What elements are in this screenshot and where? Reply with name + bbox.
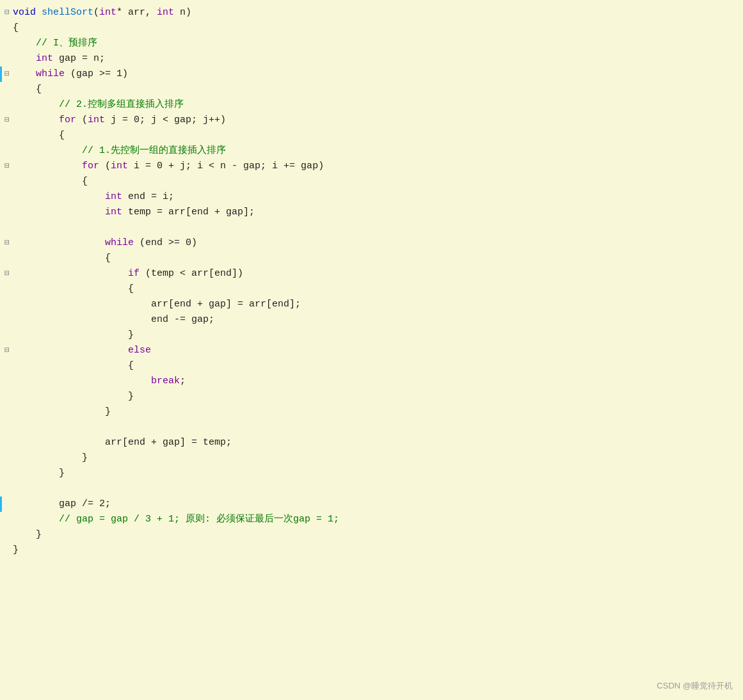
code-line: gap /= 2; bbox=[0, 497, 743, 512]
code-text: // gap = gap / 3 + 1; 原则: 必须保证最后一次gap = … bbox=[13, 512, 339, 527]
code-text: for (int j = 0; j < gap; j++) bbox=[13, 113, 226, 127]
code-text: // I、预排序 bbox=[13, 36, 97, 51]
code-line: { bbox=[0, 128, 743, 143]
code-text: } bbox=[13, 450, 88, 465]
code-line: end -= gap; bbox=[0, 312, 743, 328]
code-line: // 1.先控制一组的直接插入排序 bbox=[0, 143, 743, 159]
code-text: int end = i; bbox=[13, 189, 174, 204]
code-line: } bbox=[0, 527, 743, 543]
code-text: arr[end + gap] = arr[end]; bbox=[13, 297, 301, 312]
gutter-cell[interactable]: ⊟ bbox=[0, 344, 13, 357]
code-text: break; bbox=[13, 374, 186, 388]
code-text: while (gap >= 1) bbox=[13, 67, 128, 81]
code-line bbox=[0, 481, 743, 497]
code-text: { bbox=[13, 174, 88, 189]
code-line: ⊟ if (temp < arr[end]) bbox=[0, 266, 743, 282]
code-line: { bbox=[0, 251, 743, 266]
code-line: // 2.控制多组直接插入排序 bbox=[0, 97, 743, 113]
gutter-cell[interactable]: ⊟ bbox=[0, 160, 13, 173]
watermark: CSDN @睡觉待开机 bbox=[657, 680, 733, 692]
code-line: } bbox=[0, 466, 743, 481]
code-line: } bbox=[0, 404, 743, 420]
code-text: } bbox=[13, 527, 42, 542]
code-text: else bbox=[13, 343, 151, 358]
code-text: int temp = arr[end + gap]; bbox=[13, 205, 255, 219]
code-line: { bbox=[0, 174, 743, 189]
code-line: arr[end + gap] = temp; bbox=[0, 435, 743, 450]
gutter-cell[interactable]: ⊟ bbox=[0, 68, 13, 81]
code-text: } bbox=[13, 389, 134, 404]
code-text: { bbox=[13, 20, 19, 35]
gutter-cell[interactable]: ⊟ bbox=[0, 114, 13, 127]
gutter-cell[interactable]: ⊟ bbox=[0, 6, 13, 19]
code-line: int gap = n; bbox=[0, 51, 743, 67]
code-text: end -= gap; bbox=[13, 312, 214, 327]
code-text: { bbox=[13, 282, 134, 296]
code-text: { bbox=[13, 128, 65, 143]
code-line: } bbox=[0, 328, 743, 343]
code-line: // I、预排序 bbox=[0, 36, 743, 51]
gutter-cell[interactable]: ⊟ bbox=[0, 267, 13, 280]
code-line bbox=[0, 220, 743, 235]
code-text: // 1.先控制一组的直接插入排序 bbox=[13, 143, 226, 158]
code-line: } bbox=[0, 389, 743, 404]
code-text: { bbox=[13, 251, 111, 266]
code-text: while (end >= 0) bbox=[13, 235, 197, 250]
code-text: { bbox=[13, 82, 42, 97]
code-line: // gap = gap / 3 + 1; 原则: 必须保证最后一次gap = … bbox=[0, 512, 743, 527]
code-line: break; bbox=[0, 374, 743, 389]
code-text: } bbox=[13, 466, 65, 481]
code-line: { bbox=[0, 282, 743, 297]
code-text: void shellSort(int* arr, int n) bbox=[13, 5, 191, 20]
code-editor: ⊟void shellSort(int* arr, int n){ // I、预… bbox=[0, 0, 743, 700]
code-text: { bbox=[13, 358, 134, 373]
code-text: } bbox=[13, 404, 111, 419]
code-line: ⊟ for (int i = 0 + j; i < n - gap; i += … bbox=[0, 159, 743, 174]
code-line: int end = i; bbox=[0, 189, 743, 205]
code-text: gap /= 2; bbox=[13, 497, 111, 511]
code-line: } bbox=[0, 450, 743, 466]
code-line: { bbox=[0, 358, 743, 374]
code-text: // 2.控制多组直接插入排序 bbox=[13, 97, 184, 112]
code-line: { bbox=[0, 20, 743, 36]
code-line: ⊟ while (gap >= 1) bbox=[0, 67, 743, 82]
code-text: arr[end + gap] = temp; bbox=[13, 435, 232, 450]
code-line: ⊟void shellSort(int* arr, int n) bbox=[0, 5, 743, 20]
code-line: { bbox=[0, 82, 743, 97]
gutter-cell[interactable]: ⊟ bbox=[0, 237, 13, 250]
code-line: ⊟ for (int j = 0; j < gap; j++) bbox=[0, 113, 743, 128]
code-text: } bbox=[13, 328, 134, 342]
code-text: } bbox=[13, 543, 19, 557]
code-text: int gap = n; bbox=[13, 51, 105, 66]
code-line bbox=[0, 420, 743, 435]
code-line: int temp = arr[end + gap]; bbox=[0, 205, 743, 220]
code-line: ⊟ while (end >= 0) bbox=[0, 235, 743, 251]
code-line: arr[end + gap] = arr[end]; bbox=[0, 297, 743, 312]
code-line: ⊟ else bbox=[0, 343, 743, 358]
code-text: for (int i = 0 + j; i < n - gap; i += ga… bbox=[13, 159, 324, 173]
code-line: } bbox=[0, 543, 743, 558]
code-text: if (temp < arr[end]) bbox=[13, 266, 243, 281]
